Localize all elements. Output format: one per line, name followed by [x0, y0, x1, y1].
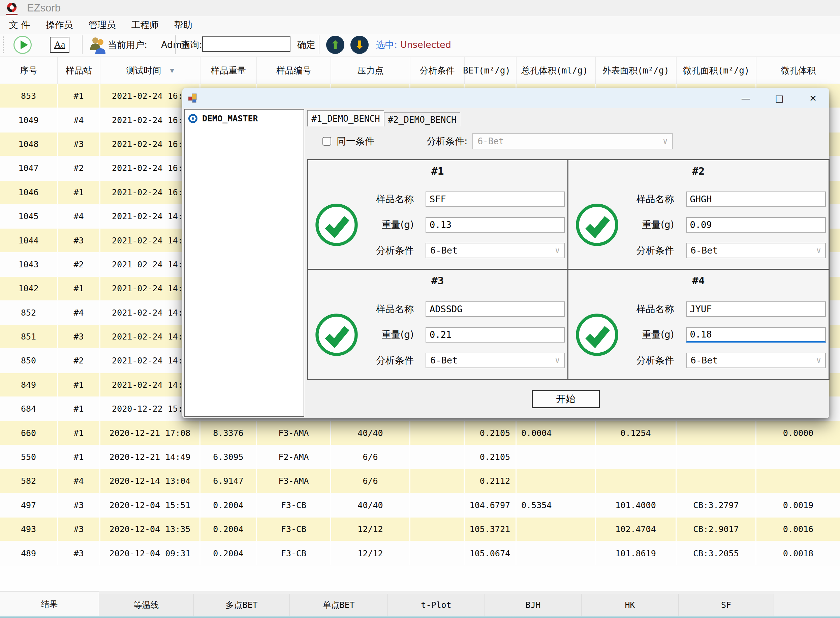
- table-row[interactable]: 493#32020-12-04 13:350.2004F3-CB12/12105…: [0, 517, 840, 541]
- run-button[interactable]: [13, 36, 32, 54]
- table-cell: #3: [58, 132, 101, 156]
- tab-1-demo-bench[interactable]: #1_DEMO_BENCH: [307, 110, 384, 126]
- start-button[interactable]: 开始: [532, 390, 600, 408]
- table-cell: #1: [58, 277, 101, 300]
- station-1-condition-select[interactable]: 6-Bet∨: [425, 243, 565, 258]
- column-header-11[interactable]: 微孔面积(m²/g): [677, 57, 756, 84]
- menu-item-4[interactable]: 工程师: [124, 16, 166, 34]
- table-cell: [596, 469, 677, 493]
- column-header-3[interactable]: 测试时间▼: [101, 57, 200, 84]
- table-cell: 6/6: [331, 446, 410, 469]
- analysis-condition-value: 6-Bet: [477, 136, 504, 146]
- table-cell: 2020-12-14 13:04: [101, 469, 200, 493]
- column-header-4[interactable]: 样品重量: [200, 57, 257, 84]
- station-1-weight-input[interactable]: [425, 217, 565, 233]
- table-row[interactable]: 489#32020-12-04 09:310.2004F3-CB12/12105…: [0, 541, 840, 565]
- menu-item-1[interactable]: 文 件: [1, 16, 38, 34]
- current-user-label: 当前用户:: [108, 34, 147, 56]
- station-4-weight-input[interactable]: [686, 327, 826, 343]
- move-up-button[interactable]: ⬆: [326, 36, 344, 54]
- station-1-sample-name-input[interactable]: [425, 192, 565, 207]
- dialog-minimize-button[interactable]: —: [738, 93, 753, 104]
- table-cell: 850: [0, 349, 58, 372]
- bottom-tab-3[interactable]: 多点BET: [194, 594, 290, 616]
- table-cell: #3: [58, 493, 101, 517]
- weight-label: 重量(g): [626, 328, 674, 341]
- station-panel-4: #4样品名称重量(g)分析条件6-Bet∨: [569, 270, 829, 379]
- chevron-down-icon: ∨: [555, 356, 560, 365]
- table-cell: 8.3376: [200, 421, 257, 444]
- tab-2-demo-bench[interactable]: #2_DEMO_BENCH: [384, 112, 460, 126]
- station-2-weight-input[interactable]: [686, 217, 826, 233]
- station-title-4: #4: [569, 275, 829, 287]
- table-cell: #1: [58, 421, 101, 444]
- condition-value: 6-Bet: [691, 355, 718, 365]
- bottom-tab-5[interactable]: t-Plot: [388, 594, 485, 616]
- query-confirm-button[interactable]: 确定: [297, 34, 316, 56]
- column-header-5[interactable]: 样品编号: [257, 57, 331, 84]
- table-row[interactable]: 497#32020-12-04 15:510.2004F3-CB40/40104…: [0, 493, 840, 517]
- bottom-tab-8[interactable]: SF: [679, 594, 774, 616]
- sample-name-label: 样品名称: [365, 193, 414, 206]
- table-cell: 0.0016: [756, 517, 840, 541]
- table-cell: 849: [0, 373, 58, 397]
- bottom-tab-7[interactable]: HK: [582, 594, 679, 616]
- column-header-7[interactable]: 分析条件: [410, 57, 465, 84]
- table-cell: 0.5354: [517, 493, 596, 517]
- column-header-9[interactable]: 总孔体积(ml/g): [517, 57, 596, 84]
- analysis-condition-label: 分析条件: [626, 354, 674, 367]
- menu-item-2[interactable]: 操作员: [38, 16, 81, 34]
- table-row[interactable]: 660#12020-12-21 17:088.3376F3-AMA40/400.…: [0, 421, 840, 445]
- query-input[interactable]: [202, 36, 290, 52]
- move-down-button[interactable]: ⬇: [350, 36, 369, 54]
- same-condition-checkbox[interactable]: [323, 137, 331, 146]
- station-title-3: #3: [308, 275, 567, 287]
- menu-item-5[interactable]: 帮助: [166, 16, 200, 34]
- dialog-close-button[interactable]: ✕: [806, 93, 821, 104]
- column-header-1[interactable]: 序号: [0, 57, 58, 84]
- bottom-tab-2[interactable]: 等温线: [99, 594, 194, 616]
- toolbar-grip[interactable]: [3, 36, 4, 53]
- column-header-10[interactable]: 外表面积(m²/g): [596, 57, 677, 84]
- column-header-2[interactable]: 样品站: [58, 57, 101, 84]
- bottom-tab-6[interactable]: BJH: [485, 594, 582, 616]
- table-cell: #1: [58, 84, 101, 108]
- table-cell: F2-AMA: [257, 446, 331, 469]
- dialog-window-buttons: — □ ✕: [738, 88, 821, 108]
- table-row[interactable]: 550#12020-12-21 14:496.3095F2-AMA6/60.21…: [0, 446, 840, 469]
- table-cell: #1: [58, 446, 101, 469]
- station-4-condition-select[interactable]: 6-Bet∨: [686, 353, 826, 368]
- table-cell: #4: [58, 205, 101, 228]
- table-cell: 493: [0, 517, 58, 541]
- table-row[interactable]: 582#42020-12-14 13:046.9147F3-AMA6/60.21…: [0, 469, 840, 493]
- bottom-tab-1[interactable]: 结果: [0, 591, 99, 616]
- station-panel-3: #3样品名称重量(g)分析条件6-Bet∨: [308, 270, 569, 379]
- column-header-12[interactable]: 微孔体积: [756, 57, 840, 84]
- station-panel-2: #2样品名称重量(g)分析条件6-Bet∨: [569, 160, 829, 270]
- bottom-tab-4[interactable]: 单点BET: [290, 594, 388, 616]
- table-cell: 1047: [0, 156, 58, 180]
- query-label: 查询:: [181, 34, 202, 56]
- station-3-condition-select[interactable]: 6-Bet∨: [425, 353, 565, 368]
- column-label: 序号: [20, 65, 37, 77]
- table-cell: 0.2004: [200, 493, 257, 517]
- menu-item-3[interactable]: 管理员: [81, 16, 124, 34]
- station-4-sample-name-input[interactable]: [686, 302, 826, 317]
- column-header-6[interactable]: 压力点: [331, 57, 410, 84]
- font-button[interactable]: Aa: [50, 37, 70, 53]
- dialog-maximize-button[interactable]: □: [772, 93, 787, 104]
- station-title-2: #2: [569, 165, 829, 177]
- condition-value: 6-Bet: [691, 245, 718, 256]
- table-cell: 101.8619: [596, 541, 677, 565]
- master-radio-item[interactable]: DEMO_MASTER: [188, 114, 304, 123]
- column-label: 外表面积(m²/g): [603, 65, 669, 77]
- station-3-sample-name-input[interactable]: [425, 302, 565, 317]
- table-cell: F3-CB: [257, 517, 331, 541]
- station-3-weight-input[interactable]: [425, 327, 565, 343]
- weight-label: 重量(g): [365, 218, 414, 231]
- dialog-titlebar[interactable]: — □ ✕: [182, 88, 829, 108]
- station-2-condition-select[interactable]: 6-Bet∨: [686, 243, 826, 258]
- column-header-8[interactable]: BET(m²/g): [465, 57, 517, 84]
- table-cell: 6/6: [331, 469, 410, 493]
- station-2-sample-name-input[interactable]: [686, 192, 826, 207]
